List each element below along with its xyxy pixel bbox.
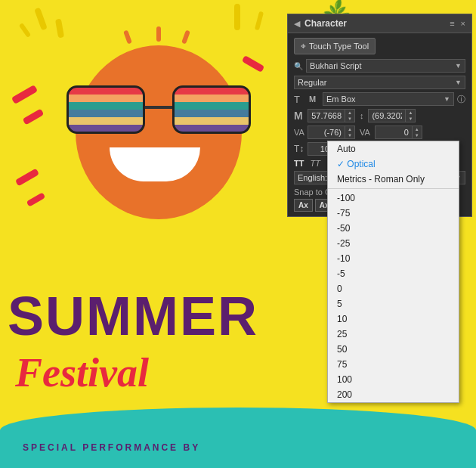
tt-button[interactable]: TT	[294, 159, 304, 168]
menu-item-75[interactable]: 75	[328, 357, 459, 372]
panel-title: Character	[304, 18, 347, 29]
spin-up[interactable]: ▲	[413, 126, 422, 132]
tt-italic-button[interactable]: TT	[310, 159, 320, 168]
dash-decoration	[26, 192, 46, 206]
checkmark-icon: ✓	[337, 159, 347, 169]
spin-down[interactable]: ▼	[345, 132, 354, 138]
close-icon[interactable]: ×	[461, 19, 465, 28]
summer-text: SUMMER	[8, 285, 258, 347]
menu-item--25[interactable]: -25	[328, 236, 459, 251]
menu-item-50[interactable]: 50	[328, 342, 459, 357]
font-family-value: Bukhari Script	[310, 61, 361, 70]
dropdown-arrow-icon: ▼	[455, 79, 462, 86]
kerning-icon: VA	[294, 128, 304, 137]
sun-ray	[34, 8, 48, 31]
festival-text: Festival	[15, 349, 149, 396]
font-style-row: Regular ▼	[294, 76, 465, 89]
font-style-dropdown[interactable]: Regular ▼	[294, 76, 465, 89]
menu-item--50[interactable]: -50	[328, 221, 459, 236]
snap-btn-1[interactable]: Ax	[294, 199, 313, 212]
wave-front	[0, 408, 476, 468]
menu-divider	[328, 188, 459, 189]
scale-icon: T↕	[294, 144, 304, 154]
kerning-input[interactable]	[308, 126, 345, 138]
type-icon: T	[294, 94, 306, 105]
spin-down[interactable]: ▼	[406, 116, 415, 122]
glasses-bridge	[144, 106, 174, 109]
dropdown-arrow-icon: ▼	[444, 95, 450, 103]
spin-arrows: ▲ ▼	[345, 110, 354, 122]
spin-down[interactable]: ▼	[345, 116, 354, 122]
menu-item--75[interactable]: -75	[328, 206, 459, 221]
sun-ray	[55, 18, 64, 38]
face-ray	[123, 30, 132, 45]
dash-decoration	[242, 55, 264, 73]
tool-button-label: Touch Type Tool	[309, 42, 369, 51]
leading-spinner[interactable]: ▲ ▼	[368, 109, 416, 122]
menu-item-200[interactable]: 200	[328, 387, 459, 402]
tool-button-row: ⌖ Touch Type Tool	[294, 38, 465, 59]
face-ray	[181, 30, 190, 45]
font-style-value: Regular	[298, 78, 327, 87]
character-panel: ◀ Character ≡ × ⌖ Touch Type Tool 🔍 Bukh…	[287, 14, 472, 217]
leading-input[interactable]	[369, 110, 405, 122]
menu-item-10[interactable]: 10	[328, 311, 459, 327]
dash-decoration	[23, 109, 45, 126]
tracking-input[interactable]	[376, 126, 412, 138]
menu-item--10[interactable]: -10	[328, 251, 459, 266]
spin-up[interactable]: ▲	[406, 110, 415, 116]
tool-icon: ⌖	[301, 41, 306, 51]
dash-decoration	[15, 169, 39, 187]
glasses-frame	[66, 85, 145, 134]
kerning-row: VA ▲ ▼ VA ▲ ▼ Auto ✓ Optical	[294, 126, 465, 139]
spin-arrows: ▲ ▼	[405, 110, 415, 122]
leading-icon: ↕	[360, 111, 364, 120]
font-family-dropdown[interactable]: Bukhari Script ▼	[306, 59, 465, 73]
menu-item-5[interactable]: 5	[328, 296, 459, 311]
font-family-row: 🔍 Bukhari Script ▼	[294, 59, 465, 73]
spin-arrows: ▲ ▼	[345, 126, 354, 138]
menu-item-metrics[interactable]: Metrics - Roman Only	[328, 172, 459, 187]
tracking-spinner[interactable]: ▲ ▼	[375, 126, 422, 139]
tracking-icon: VA	[360, 128, 370, 137]
sun-ray	[255, 11, 264, 31]
menu-icon[interactable]: ≡	[450, 19, 454, 28]
em-box-label: Em Box	[326, 95, 356, 104]
em-box-dropdown[interactable]: Em Box ▼	[323, 92, 454, 106]
touch-type-tool-button[interactable]: ⌖ Touch Type Tool	[294, 38, 376, 54]
snap-btn-1-label: Ax	[298, 201, 308, 209]
menu-item-100[interactable]: 100	[328, 372, 459, 387]
spin-arrows: ▲ ▼	[412, 126, 422, 138]
menu-item--100[interactable]: -100	[328, 191, 459, 206]
sun-ray	[234, 4, 240, 30]
glasses-frame	[172, 85, 251, 134]
menu-item--5[interactable]: -5	[328, 266, 459, 281]
spin-down[interactable]: ▼	[413, 132, 422, 138]
em-icon: M	[309, 95, 320, 104]
info-icon[interactable]: ⓘ	[457, 94, 465, 105]
menu-item-optical[interactable]: ✓ Optical	[328, 157, 459, 172]
spin-up[interactable]: ▲	[345, 110, 354, 116]
kerning-dropdown-menu: Auto ✓ Optical Metrics - Roman Only -100…	[327, 141, 459, 403]
menu-item-auto[interactable]: Auto	[328, 141, 459, 157]
face-ray	[156, 26, 161, 42]
font-size-icon: M	[294, 110, 304, 122]
search-icon: 🔍	[294, 62, 303, 70]
kerning-spinner[interactable]: ▲ ▼	[308, 126, 355, 139]
font-size-input[interactable]	[308, 110, 345, 122]
menu-item-25[interactable]: 25	[328, 327, 459, 342]
panel-body: ⌖ Touch Type Tool 🔍 Bukhari Script ▼ Reg…	[288, 33, 471, 216]
special-performance-text: SPECIAL PERFORMANCE BY	[23, 442, 200, 453]
panel-icons: ≡ ×	[450, 19, 465, 28]
dropdown-arrow-icon: ▼	[455, 62, 462, 70]
sunglasses-illustration	[68, 87, 249, 140]
dash-decoration	[11, 85, 38, 104]
menu-item-0[interactable]: 0	[328, 281, 459, 296]
spin-up[interactable]: ▲	[345, 126, 354, 132]
font-size-spinner[interactable]: ▲ ▼	[308, 109, 355, 122]
font-size-row: M ▲ ▼ ↕ ▲ ▼	[294, 109, 465, 122]
em-box-row: T M Em Box ▼ ⓘ	[294, 92, 465, 106]
collapse-icon[interactable]: ◀	[294, 19, 300, 29]
panel-header: ◀ Character ≡ ×	[288, 14, 471, 33]
sun-ray	[19, 23, 31, 38]
